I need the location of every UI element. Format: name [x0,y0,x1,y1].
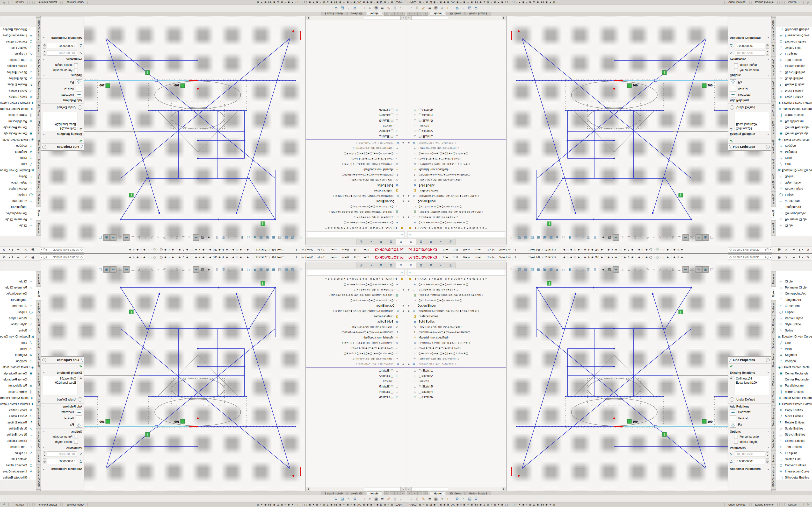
tool-item[interactable]: ○Circle [776,278,812,284]
tree-scrollbar[interactable]: ◀ ▶ [306,16,406,20]
tree-item[interactable]: ✎◯Ƨ5∗∩Ж♙Αm◯◉◯mΑ♙Ж∩∗5Ƨ◯ [406,324,506,330]
view-toolbar-icon[interactable]: ≡ [187,267,192,272]
feature-manager-tab[interactable]: ▤ [416,263,426,268]
command-tab-mold-tools[interactable]: Mold Tools [36,101,41,119]
view-toolbar-icon[interactable]: ▥ [529,267,535,272]
tool-item[interactable]: ▣Center Rectangle [0,370,36,376]
view-toolbar-icon[interactable]: ▧ [290,235,295,240]
units-selector[interactable]: Custom▴ [788,503,800,506]
view-toolbar-icon[interactable]: ▦ [271,235,276,240]
tree-item[interactable]: ▶◷◯∧♙◎✚Ƨ5◦Ɛ◯◉◯Ɛ◦5Ƨ✚◎♙∧◯ [306,287,406,292]
command-tab-mesh-modeling[interactable]: Mesh Modeling [36,78,41,101]
tool-item[interactable]: ◯Ellipse [776,309,812,315]
search-box[interactable]: ◇ Search CAD Models ▾ [40,255,84,260]
tab-nav-icon[interactable]: ‹ [412,12,417,16]
tool-item[interactable]: ◇Polygon [0,358,36,364]
bottom-toolbar-icon[interactable]: ≣ [426,6,433,10]
options-section[interactable]: Options ⌃ [728,73,771,78]
tool-item[interactable]: ↔Stretch Entities [776,432,812,438]
bottom-toolbar-icon[interactable]: ✎ [386,6,392,10]
bottom-toolbar-icon[interactable]: ⚙ [454,497,460,501]
tool-item[interactable]: ▭Corner Rectangle [0,124,36,130]
add-relations-section[interactable]: Add Relations ⌃ [728,403,771,409]
close-button[interactable]: × [805,248,812,252]
tree-filter-box[interactable]: ▼ [407,269,505,276]
command-tab-weldments[interactable]: Weldments [36,370,41,388]
tree-item[interactable]: ◔◯Ƨ5♙◎Ƨ5И3Ɛ◯◉◯Ɛ3ИƧ5◎♙5Ƨ◯ [406,298,506,303]
tree-item[interactable]: ▱◯✚ИП◎♙·◯Ж◉∥◯◉◯∥◉Ж◯·♙◎ПИ✚◯ [406,340,506,345]
menu-item-tools[interactable]: Tools [485,256,497,259]
tab-nav-icon[interactable]: » [423,491,428,495]
add-relation-horizontal[interactable]: —Horizontal [41,409,84,415]
view-toolbar-icon[interactable]: ∧ [657,267,663,272]
tree-item[interactable]: ▱◯∗◎✚◯Ж◉∥◯◉◯∥◉Ж◯✚◎∗◯ [306,156,406,162]
relation-item[interactable]: Collinear108 [736,377,767,381]
checkbox[interactable] [74,63,78,67]
tree-item[interactable]: ⌖◯ИП◦◎©◦♙◎◯◉◯◎♙◦©◎◦ПИ◯ [306,356,406,361]
pm-help-icon[interactable]: ? [42,358,46,362]
menu-item-view[interactable]: View [340,248,351,252]
relation-item[interactable]: Collinear108 [45,377,76,381]
relations-listbox[interactable]: Collinear108 Equal length109 [43,376,78,395]
tool-item[interactable]: #Segment [776,149,812,155]
search-box[interactable]: ◇ Search CAD Models ▾ [728,247,772,252]
tree-filter-box[interactable]: ▼ [407,231,505,238]
tree-root-item[interactable]: ⬢ TЯPDL2. ◉ ≡ ◉ Ш ◉ ◦ ◉ ✚ ◉ ƆC ◉ ≡ ◉ ✦ ◉… [306,225,406,231]
scroll-left-icon[interactable]: ◀ [406,16,411,20]
tool-item[interactable]: ↗Move Entities [776,413,812,419]
tool-item[interactable]: fxEquation Driven Curve [776,167,812,173]
relations-listbox[interactable]: Collinear108 Equal length109 [43,112,78,131]
tree-item[interactable]: ◔◯Ƨ5♙◎Ƨ5И3Ɛ◯◉◯Ɛ3ИƧ5◎♙5Ƨ◯ [306,298,406,303]
menu-item-file[interactable]: File [440,248,450,252]
additional-parameters-section[interactable]: Additional Parameters ⌄ [41,36,84,41]
view-toolbar-icon[interactable]: ↩ [193,234,199,241]
view-toolbar-icon[interactable]: ▥ [277,235,283,240]
add-relations-section[interactable]: Add Relations ⌃ [728,98,771,104]
search-icon[interactable] [44,256,47,259]
tool-item[interactable]: ◞Sketch Fillet [776,456,812,462]
tool-item[interactable]: ◈3 Point Center Recta... [0,364,36,370]
tree-sketch-item[interactable]: ∟(-) Sketch5 [306,118,406,123]
tool-item[interactable]: #Segment [0,352,36,358]
view-toolbar-icon[interactable]: ▩ [548,235,554,240]
view-toolbar-icon[interactable]: ⊥ [626,235,632,240]
collapse-icon[interactable]: ⌃ [43,405,45,408]
additional-parameters-section[interactable]: Additional Parameters ⌄ [728,36,771,41]
length-stepper[interactable]: ▲▼ [43,451,46,457]
scroll-right-icon[interactable]: ▶ [306,487,310,491]
tree-item[interactable]: ▱◯✚Ɛ5©◦♙◯Ж◉∥◯◉◯∥◉Ж◯♙◦©5Ɛ✚◯ [306,151,406,156]
tool-item[interactable]: ↻Rotate Entities [0,81,36,88]
expand-arrow-icon[interactable]: ▶ [400,142,404,144]
feature-manager-tab[interactable]: ⊞ [426,263,436,268]
search-icon[interactable] [44,248,47,251]
view-toolbar-icon[interactable]: ▯ [298,267,304,272]
expand-arrow-icon[interactable]: ▶ [400,200,404,203]
view-toolbar-icon[interactable]: 3D [117,267,123,272]
tree-item[interactable]: ◔◯Ƨ5♙◎Ƨ5И3Ɛ◯◉◯Ɛ3ИƧ5◎♙5Ƨ◯ [406,204,506,209]
account-icon[interactable]: ◉ [29,248,37,252]
tab-3d-views[interactable]: 3D Views [446,492,464,495]
existing-relations-section[interactable]: Existing Relations ⌃ [41,132,84,137]
tab-motion-study-1[interactable]: Motion Study 1 [321,492,347,495]
add-relation-fix[interactable]: ⚓Fix [728,79,771,86]
tool-item[interactable]: fxEquation Driven Curve [776,334,812,340]
account-icon[interactable]: ◉ [775,248,783,252]
view-toolbar-icon[interactable]: ▤ [283,267,289,272]
tool-item[interactable]: ≋Intersection Curve [0,468,36,474]
tool-item[interactable]: ◌Perimeter Circle [0,216,36,222]
view-toolbar-icon[interactable]: ∠ [174,267,180,272]
length-stepper[interactable]: ▲▼ [766,50,769,56]
tree-sketch-item[interactable]: ∟(-) Sketch1 [406,134,506,139]
command-tab-features[interactable]: Features [36,271,41,286]
tree-item[interactable]: ⌖◯ИП◦◎©◦♙◎◯◉◯◎♙◦©◎◦ПИ◯ [406,146,506,151]
tool-item[interactable]: ◯Ellipse [0,309,36,315]
command-tab-mold-tools[interactable]: Mold Tools [771,388,776,406]
tree-sketch-item[interactable]: ∟(-) Sketch5 [306,384,406,389]
relations-listbox[interactable]: Collinear108 Equal length109 [734,376,769,395]
bottom-toolbar-icon[interactable]: ▤ [339,497,345,501]
feature-manager-tab[interactable]: ⚙ [396,239,406,244]
options-section[interactable]: Options ⌃ [41,73,84,78]
view-toolbar-icon[interactable]: ◫ [97,267,103,272]
view-toolbar-icon[interactable]: ◉ [702,266,709,273]
feature-manager-tab[interactable]: ◎ [356,263,366,268]
